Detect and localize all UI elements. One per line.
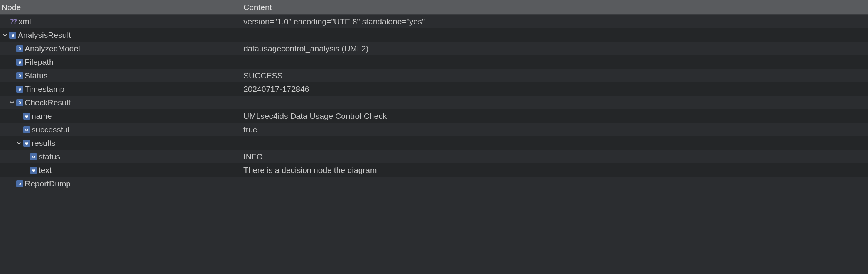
content-cell: SUCCESS (241, 71, 868, 80)
result-status-node[interactable]: estatus (0, 152, 241, 161)
timestamp-node[interactable]: eTimestamp (0, 85, 241, 94)
xml-element-icon: e (23, 126, 30, 133)
node-label: status (39, 152, 60, 161)
xml-element-icon: e (23, 113, 30, 120)
xml-element-icon: e (16, 59, 23, 66)
node-label: Filepath (25, 58, 54, 67)
report-dump-node[interactable]: eReportDump (0, 179, 241, 188)
xml-element-icon: e (16, 45, 23, 52)
table-header: Node Content (0, 0, 868, 15)
xml-element-icon: e (16, 180, 23, 187)
content-cell: UMLsec4ids Data Usage Control Check (241, 112, 868, 121)
tree-row[interactable]: eTimestamp20240717-172846 (0, 82, 868, 96)
node-label: AnalysisResult (18, 30, 71, 40)
content-cell: version="1.0" encoding="UTF-8" standalon… (241, 17, 868, 26)
chevron-down-icon[interactable] (15, 140, 22, 147)
xml-element-icon: e (16, 86, 23, 93)
status-node[interactable]: eStatus (0, 71, 241, 80)
content-cell: 20240717-172846 (241, 85, 868, 94)
content-cell: datausagecontrol_analysis (UML2) (241, 44, 868, 53)
name-node[interactable]: ename (0, 112, 241, 121)
content-cell: There is a decision node the diagram (241, 166, 868, 175)
content-cell: ----------------------------------------… (241, 179, 868, 188)
tree-row[interactable]: estatusINFO (0, 150, 868, 163)
tree-row[interactable]: eCheckResult (0, 96, 868, 109)
tree-row[interactable]: eFilepath (0, 55, 868, 69)
xml-declaration[interactable]: ⁇xml (0, 17, 241, 26)
node-label: successful (32, 125, 69, 134)
tree-row[interactable]: eReportDump-----------------------------… (0, 177, 868, 190)
tree-row[interactable]: eStatusSUCCESS (0, 69, 868, 82)
node-label: results (32, 139, 56, 148)
node-label: text (39, 166, 52, 175)
content-column-header[interactable]: Content (241, 3, 868, 12)
node-label: CheckResult (25, 98, 71, 107)
node-label: AnalyzedModel (25, 44, 80, 53)
xml-element-icon: e (30, 167, 37, 174)
tree-row[interactable]: esuccessfultrue (0, 123, 868, 136)
filepath-node[interactable]: eFilepath (0, 58, 241, 67)
node-label: Status (25, 71, 48, 80)
results-node[interactable]: eresults (0, 139, 241, 148)
tree-row[interactable]: ⁇xmlversion="1.0" encoding="UTF-8" stand… (0, 15, 868, 28)
xml-element-icon: e (30, 153, 37, 160)
node-label: name (32, 112, 52, 121)
xml-element-icon: e (16, 99, 23, 106)
successful-node[interactable]: esuccessful (0, 125, 241, 134)
xml-tree-table: Node Content ⁇xmlversion="1.0" encoding=… (0, 0, 868, 190)
tree-row[interactable]: eAnalyzedModeldatausagecontrol_analysis … (0, 42, 868, 55)
analysis-result-node[interactable]: eAnalysisResult (0, 30, 241, 40)
chevron-down-icon[interactable] (8, 99, 15, 106)
tree-row[interactable]: etextThere is a decision node the diagra… (0, 163, 868, 177)
content-cell: true (241, 125, 868, 134)
content-cell: INFO (241, 152, 868, 161)
tree-row[interactable]: enameUMLsec4ids Data Usage Control Check (0, 109, 868, 123)
check-result-node[interactable]: eCheckResult (0, 98, 241, 107)
chevron-down-icon[interactable] (2, 32, 8, 39)
result-text-node[interactable]: etext (0, 166, 241, 175)
tree-row[interactable]: eresults (0, 136, 868, 150)
node-label: xml (19, 17, 31, 26)
xml-declaration-icon: ⁇ (9, 18, 17, 25)
tree-row[interactable]: eAnalysisResult (0, 28, 868, 42)
node-label: Timestamp (25, 85, 64, 94)
node-column-header[interactable]: Node (0, 3, 241, 12)
xml-element-icon: e (23, 140, 30, 147)
xml-element-icon: e (16, 72, 23, 79)
analyzed-model-node[interactable]: eAnalyzedModel (0, 44, 241, 53)
node-label: ReportDump (25, 179, 71, 188)
xml-element-icon: e (9, 32, 16, 39)
